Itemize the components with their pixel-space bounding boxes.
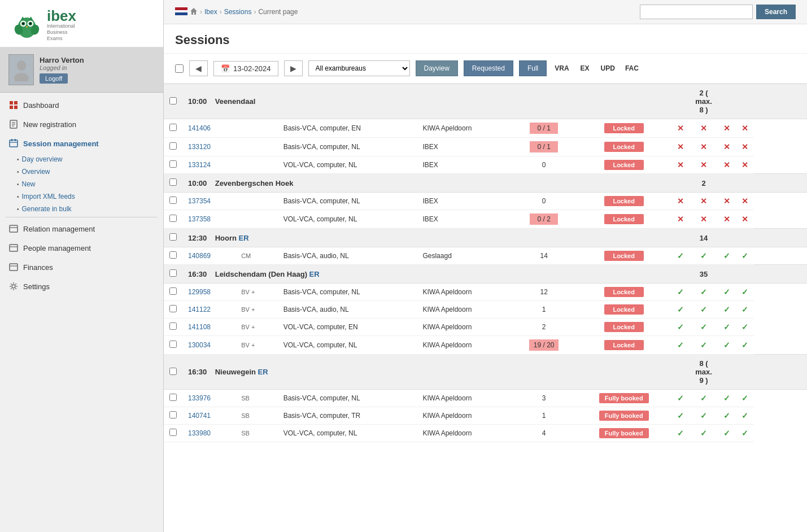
group-info: 16:30 Leidschendam (Den Haag) ER bbox=[182, 265, 690, 284]
session-tag-cell: BV + bbox=[235, 319, 277, 336]
x-icon: ✕ bbox=[700, 124, 707, 133]
session-upd: ✓ bbox=[718, 407, 736, 425]
session-checkbox[interactable] bbox=[169, 322, 177, 330]
prev-date-button[interactable]: ◀ bbox=[189, 60, 208, 76]
bullet-icon: • bbox=[17, 194, 19, 200]
breadcrumb-ibex[interactable]: Ibex bbox=[204, 8, 217, 16]
session-id-link[interactable]: 133120 bbox=[188, 143, 211, 151]
session-checkbox[interactable] bbox=[169, 142, 177, 150]
session-id-link[interactable]: 137358 bbox=[188, 215, 211, 223]
sidebar-item-session-management[interactable]: Session management bbox=[0, 134, 163, 153]
submenu-item-generate[interactable]: • Generate in bulk bbox=[17, 203, 163, 215]
session-checkbox[interactable] bbox=[169, 341, 177, 348]
session-id-link[interactable]: 133980 bbox=[188, 429, 211, 437]
session-checkbox[interactable] bbox=[169, 429, 177, 436]
group-header-row: 16:30 Leidschendam (Den Haag) ER 35 bbox=[164, 265, 807, 284]
breadcrumb-home-icon[interactable] bbox=[190, 7, 198, 17]
generate-link[interactable]: Generate in bulk bbox=[22, 205, 72, 213]
session-ex: ✓ bbox=[690, 407, 718, 425]
dayview-button[interactable]: Dayview bbox=[416, 60, 458, 76]
session-checkbox[interactable] bbox=[169, 411, 177, 418]
breadcrumb-sessions[interactable]: Sessions bbox=[224, 8, 252, 16]
user-area: Harro Verton Logged in Logoff bbox=[0, 47, 163, 93]
day-overview-link[interactable]: Day overview bbox=[22, 155, 63, 163]
sidebar-item-people-management[interactable]: People management bbox=[0, 238, 163, 258]
session-id-link[interactable]: 133976 bbox=[188, 394, 211, 402]
session-fac: ✓ bbox=[736, 425, 754, 442]
sidebar-item-new-registration[interactable]: New registration bbox=[0, 115, 163, 134]
session-checkbox[interactable] bbox=[169, 124, 177, 131]
session-checkbox[interactable] bbox=[169, 215, 177, 222]
session-id-link[interactable]: 140869 bbox=[188, 252, 211, 260]
exambureau-select[interactable]: All exambureaus bbox=[308, 60, 410, 76]
session-tag-cell bbox=[235, 210, 277, 229]
session-tag-cell bbox=[235, 193, 277, 210]
user-status: Logged in bbox=[40, 64, 155, 71]
session-checkbox[interactable] bbox=[169, 251, 177, 259]
selected-date: 13-02-2024 bbox=[233, 64, 271, 73]
session-fac: ✓ bbox=[736, 407, 754, 425]
new-link[interactable]: New bbox=[22, 180, 36, 188]
requested-button[interactable]: Requested bbox=[464, 60, 513, 76]
session-description: VOL-VCA, computer, NL bbox=[278, 336, 417, 355]
sidebar-item-finances[interactable]: Finances bbox=[0, 258, 163, 277]
group-er-link[interactable]: ER bbox=[239, 234, 249, 242]
submenu-item-day-overview[interactable]: • Day overview bbox=[17, 153, 163, 165]
group-checkbox[interactable] bbox=[169, 269, 177, 277]
session-id-link[interactable]: 141108 bbox=[188, 323, 211, 331]
session-status: Fully booked bbox=[576, 407, 671, 425]
session-status: Locked bbox=[576, 156, 671, 174]
overview-link[interactable]: Overview bbox=[22, 168, 50, 176]
table-row: 133976 SB Basis-VCA, computer, NL KIWA A… bbox=[164, 390, 807, 407]
status-badge: Locked bbox=[604, 214, 644, 224]
logoff-button[interactable]: Logoff bbox=[40, 73, 68, 84]
sidebar-item-relation-management[interactable]: Relation management bbox=[0, 219, 163, 238]
x-icon: ✕ bbox=[741, 124, 748, 133]
page-title: Sessions bbox=[175, 33, 796, 47]
select-all-checkbox[interactable] bbox=[175, 64, 184, 73]
group-checkbox[interactable] bbox=[169, 178, 177, 186]
session-id-link[interactable]: 141122 bbox=[188, 306, 211, 313]
x-icon: ✕ bbox=[700, 197, 707, 206]
group-checkbox[interactable] bbox=[169, 368, 177, 375]
session-id-link[interactable]: 137354 bbox=[188, 197, 211, 205]
check-icon: ✓ bbox=[700, 411, 707, 420]
group-header-row: 16:30 Nieuwegein ER 8 ( max. 9 ) bbox=[164, 355, 807, 390]
session-count: 0 / 2 bbox=[512, 210, 576, 229]
session-checkbox[interactable] bbox=[169, 305, 177, 312]
group-checkbox[interactable] bbox=[169, 97, 177, 104]
session-tag-cell: BV + bbox=[235, 284, 277, 301]
session-ex: ✓ bbox=[690, 301, 718, 319]
session-id-link[interactable]: 133124 bbox=[188, 161, 211, 169]
session-id-link[interactable]: 141406 bbox=[188, 124, 211, 132]
search-button[interactable]: Search bbox=[756, 5, 796, 19]
session-checkbox[interactable] bbox=[169, 287, 177, 295]
session-id-link[interactable]: 140741 bbox=[188, 412, 211, 420]
table-row: 133120 Basis-VCA, computer, NL IBEX 0 / … bbox=[164, 138, 807, 156]
sidebar-item-settings[interactable]: Settings bbox=[0, 277, 163, 296]
group-er-link[interactable]: ER bbox=[258, 368, 268, 376]
session-count: 0 / 1 bbox=[512, 119, 576, 138]
breadcrumb-sep2: › bbox=[220, 8, 222, 16]
bullet-icon: • bbox=[17, 156, 19, 163]
next-date-button[interactable]: ▶ bbox=[284, 60, 303, 76]
check-icon: ✓ bbox=[741, 394, 748, 403]
search-input[interactable] bbox=[640, 5, 753, 19]
import-xml-link[interactable]: Import XML feeds bbox=[22, 193, 75, 200]
submenu-item-overview[interactable]: • Overview bbox=[17, 165, 163, 178]
session-checkbox[interactable] bbox=[169, 160, 177, 168]
group-er-link[interactable]: ER bbox=[309, 270, 320, 278]
session-id-link[interactable]: 130034 bbox=[188, 341, 211, 349]
submenu-item-import-xml[interactable]: • Import XML feeds bbox=[17, 190, 163, 203]
session-description: Basis-VCA, computer, NL bbox=[278, 193, 417, 210]
session-checkbox[interactable] bbox=[169, 197, 177, 204]
group-checkbox[interactable] bbox=[169, 233, 177, 241]
submenu-item-new[interactable]: • New bbox=[17, 178, 163, 190]
sidebar-item-dashboard[interactable]: Dashboard bbox=[0, 95, 163, 115]
ibex-logo-icon bbox=[11, 12, 42, 38]
session-id-link[interactable]: 129958 bbox=[188, 288, 211, 296]
full-button[interactable]: Full bbox=[519, 60, 547, 76]
session-checkbox[interactable] bbox=[169, 394, 177, 401]
session-fac: ✓ bbox=[736, 301, 754, 319]
sidebar-item-label-dashboard: Dashboard bbox=[23, 101, 59, 110]
